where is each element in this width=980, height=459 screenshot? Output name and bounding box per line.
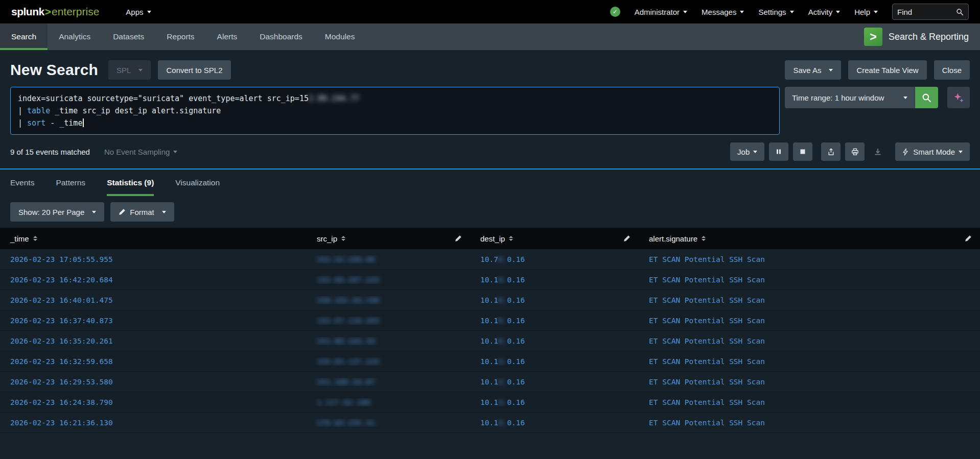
- edit-column-icon[interactable]: [623, 235, 631, 242]
- cell-time[interactable]: 2026-02-23 17:05:55.955: [0, 255, 307, 263]
- sort-icon[interactable]: [702, 236, 706, 241]
- cell-dest-ip[interactable]: 10.14.0.16: [470, 398, 639, 406]
- smart-mode-button[interactable]: Smart Mode: [895, 142, 970, 161]
- tab-events[interactable]: Events: [10, 170, 34, 196]
- sort-icon[interactable]: [33, 236, 37, 241]
- time-range-button[interactable]: Time range: 1 hour window: [785, 87, 915, 108]
- query-text: |: [18, 118, 27, 128]
- stop-button[interactable]: [793, 142, 812, 161]
- health-check-icon[interactable]: ✓: [610, 7, 620, 17]
- edit-column-icon[interactable]: [965, 235, 972, 242]
- app-tab-analytics[interactable]: Analytics: [48, 23, 102, 50]
- app-title: Search & Reporting: [889, 32, 969, 42]
- app-tab-dashboards[interactable]: Dashboards: [248, 23, 314, 50]
- search-icon[interactable]: [956, 8, 964, 16]
- cell-src-ip[interactable]: 152.67.118.205: [307, 317, 470, 325]
- cell-dest-ip[interactable]: 10.10.0.16: [470, 296, 639, 304]
- cell-src-ip[interactable]: 1.117.62.188: [307, 398, 470, 406]
- app-tab-modules[interactable]: Modules: [314, 23, 366, 50]
- cell-time[interactable]: 2026-02-23 16:24:38.790: [0, 398, 307, 406]
- cell-dest-ip[interactable]: 10.70.0.16: [470, 255, 639, 263]
- splunk-enterprise-logo[interactable]: splunk>enterprise: [11, 6, 99, 18]
- topbar-menu-settings[interactable]: Settings: [758, 8, 794, 16]
- apps-menu[interactable]: Apps: [126, 8, 151, 16]
- sort-icon[interactable]: [509, 236, 513, 241]
- tab-patterns[interactable]: Patterns: [56, 170, 85, 196]
- cell-alert-signature[interactable]: ET SCAN Potential SSH Scan: [639, 317, 980, 325]
- cell-alert-signature[interactable]: ET SCAN Potential SSH Scan: [639, 276, 980, 284]
- column-label: dest_ip: [480, 234, 505, 243]
- find-searchbox[interactable]: [892, 4, 969, 20]
- event-sampling-menu[interactable]: No Event Sampling: [104, 148, 177, 156]
- close-button[interactable]: Close: [934, 60, 970, 80]
- column-header-time[interactable]: _time: [0, 228, 307, 249]
- cell-src-ip[interactable]: 152.32.199.46: [307, 255, 470, 263]
- app-tab-search[interactable]: Search: [0, 23, 48, 50]
- results-tabs: EventsPatternsStatistics (9)Visualizatio…: [0, 170, 980, 196]
- topbar-menu-activity[interactable]: Activity: [808, 8, 841, 16]
- redacted-ip-part: 0.: [498, 337, 507, 345]
- ai-assistant-button[interactable]: [947, 87, 970, 108]
- column-header-alert-signature[interactable]: alert.signature: [639, 228, 980, 249]
- cell-alert-signature[interactable]: ET SCAN Potential SSH Scan: [639, 378, 980, 386]
- app-tab-alerts[interactable]: Alerts: [206, 23, 249, 50]
- cell-alert-signature[interactable]: ET SCAN Potential SSH Scan: [639, 398, 980, 406]
- share-button[interactable]: [821, 142, 841, 161]
- print-button[interactable]: [845, 142, 865, 161]
- cell-time[interactable]: 2026-02-23 16:32:59.658: [0, 357, 307, 366]
- cell-alert-signature[interactable]: ET SCAN Potential SSH Scan: [639, 357, 980, 366]
- topbar-menu-messages[interactable]: Messages: [702, 8, 744, 16]
- search-reporting-app-icon[interactable]: >: [864, 28, 882, 46]
- tab-statistics-9[interactable]: Statistics (9): [107, 170, 154, 196]
- cell-src-ip[interactable]: 158.101.44.190: [307, 296, 470, 304]
- cell-time[interactable]: 2026-02-23 16:40:01.475: [0, 296, 307, 304]
- cell-time[interactable]: 2026-02-23 16:37:40.873: [0, 317, 307, 325]
- user-menu[interactable]: Administrator: [635, 8, 687, 16]
- query-text: index=suricata sourcetype="suricata" eve…: [18, 94, 309, 103]
- column-header-dest-ip[interactable]: dest_ip: [470, 228, 639, 249]
- convert-to-spl2-button[interactable]: Convert to SPL2: [158, 60, 230, 80]
- cell-src-ip[interactable]: 151.106.34.87: [307, 378, 470, 386]
- logo-gt: >: [45, 6, 51, 18]
- cell-dest-ip[interactable]: 10.16.0.16: [470, 317, 639, 325]
- create-table-view-button[interactable]: Create Table View: [848, 60, 926, 80]
- find-input[interactable]: [897, 8, 956, 16]
- cell-alert-signature[interactable]: ET SCAN Potential SSH Scan: [639, 296, 980, 304]
- cell-dest-ip[interactable]: 10.18.0.16: [470, 276, 639, 284]
- spl-query-editor[interactable]: index=suricata sourcetype="suricata" eve…: [10, 87, 780, 135]
- cell-time[interactable]: 2026-02-23 16:35:20.261: [0, 337, 307, 345]
- job-menu-button[interactable]: Job: [730, 142, 764, 161]
- page-title: New Search: [10, 61, 98, 79]
- search-submit-button[interactable]: [915, 87, 938, 108]
- cell-time[interactable]: 2026-02-23 16:42:20.684: [0, 276, 307, 284]
- cell-alert-signature[interactable]: ET SCAN Potential SSH Scan: [639, 337, 980, 345]
- cell-dest-ip[interactable]: 10.14.0.16: [470, 419, 639, 427]
- app-nav-tabs: SearchAnalyticsDatasetsReportsAlertsDash…: [0, 23, 366, 50]
- tab-visualization[interactable]: Visualization: [175, 170, 220, 196]
- cell-dest-ip[interactable]: 10.10.0.16: [470, 337, 639, 345]
- cell-alert-signature[interactable]: ET SCAN Potential SSH Scan: [639, 419, 980, 427]
- cell-src-ip[interactable]: 151.80.144.39: [307, 337, 470, 345]
- cell-src-ip[interactable]: 170.64.155.31: [307, 419, 470, 427]
- sort-icon[interactable]: [341, 236, 345, 241]
- cell-time[interactable]: 2026-02-23 16:29:53.580: [0, 378, 307, 386]
- app-tab-reports[interactable]: Reports: [155, 23, 205, 50]
- cell-dest-ip[interactable]: 10.12.0.16: [470, 378, 639, 386]
- edit-column-icon[interactable]: [455, 235, 462, 242]
- cell-dest-ip[interactable]: 10.14.0.16: [470, 357, 639, 366]
- column-header-src-ip[interactable]: src_ip: [307, 228, 470, 249]
- redacted-ip: 158.101.44.190: [317, 296, 379, 304]
- cell-src-ip[interactable]: 152.89.107.225: [307, 276, 470, 284]
- cell-src-ip[interactable]: 159.65.137.224: [307, 357, 470, 366]
- export-download-button[interactable]: [869, 142, 886, 161]
- format-button[interactable]: Format: [110, 202, 174, 222]
- cell-alert-signature[interactable]: ET SCAN Potential SSH Scan: [639, 255, 980, 263]
- topbar-menu-help[interactable]: Help: [854, 8, 878, 16]
- pause-button[interactable]: [769, 142, 788, 161]
- events-matched-text: 9 of 15 events matched: [10, 148, 90, 156]
- spl-button[interactable]: SPL: [108, 60, 151, 80]
- app-tab-datasets[interactable]: Datasets: [102, 23, 155, 50]
- cell-time[interactable]: 2026-02-23 16:21:36.130: [0, 419, 307, 427]
- per-page-button[interactable]: Show: 20 Per Page: [10, 202, 104, 222]
- save-as-button[interactable]: Save As: [785, 60, 841, 80]
